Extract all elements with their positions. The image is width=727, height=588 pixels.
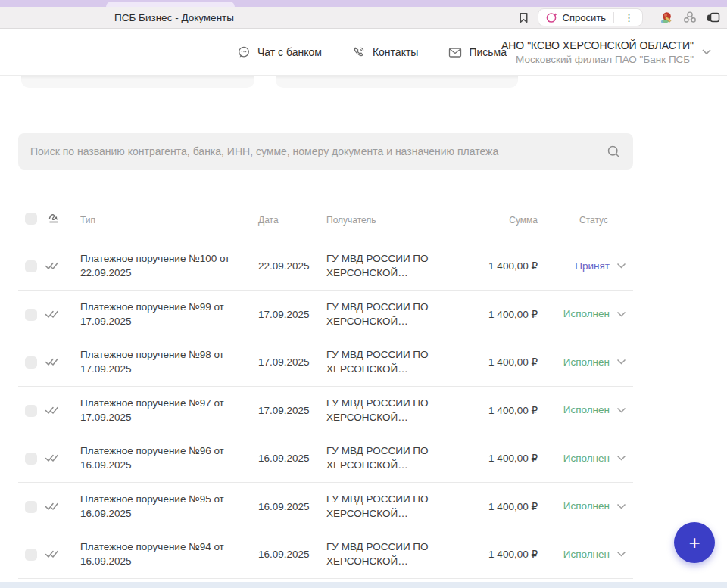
- chevron-down-icon[interactable]: [616, 263, 626, 269]
- chevron-down-icon[interactable]: [616, 407, 626, 413]
- document-title: Платежное поручение №97 от 17.09.2025: [80, 396, 241, 425]
- status-control[interactable]: Исполнен: [563, 530, 626, 578]
- double-check-icon: [44, 260, 61, 272]
- double-check-icon: [44, 452, 61, 464]
- document-title: Платежное поручение №96 от 16.09.2025: [80, 443, 241, 472]
- nav-contacts[interactable]: Контакты: [352, 45, 418, 59]
- table-row[interactable]: Платежное поручение №95 от 16.09.2025 16…: [18, 483, 633, 531]
- status-control[interactable]: Исполнен: [563, 434, 626, 482]
- filter-card-clipped-right[interactable]: [276, 76, 518, 88]
- document-title: Платежное поручение №95 от 16.09.2025: [80, 492, 241, 521]
- account-chevron-down-icon[interactable]: [701, 48, 712, 55]
- table-row[interactable]: Платежное поручение №96 от 16.09.2025 16…: [18, 434, 633, 483]
- row-checkbox[interactable]: [25, 549, 37, 561]
- table-row[interactable]: Платежное поручение №99 от 17.09.2025 17…: [18, 291, 633, 339]
- status-control[interactable]: Исполнен: [563, 483, 626, 530]
- toolbar-separator: [651, 11, 651, 23]
- table-row[interactable]: Платежное поручение №94 от 16.09.2025 16…: [18, 530, 633, 579]
- bookmark-icon[interactable]: [517, 11, 530, 24]
- double-check-icon: [44, 404, 61, 416]
- status-label: Исполнен: [563, 356, 610, 368]
- table-header: Тип Дата Получатель Сумма Статус: [18, 204, 633, 242]
- nav-chat-label: Чат с банком: [257, 46, 322, 58]
- mail-icon: [448, 47, 462, 58]
- row-checkbox[interactable]: [25, 356, 37, 369]
- nav-chat-with-bank[interactable]: Чат с банком: [237, 45, 322, 59]
- status-control[interactable]: Исполнен: [563, 338, 626, 386]
- document-amount: 1 400,00 ₽: [424, 404, 538, 416]
- status-label: Исполнен: [563, 453, 610, 464]
- row-checkbox[interactable]: [25, 453, 37, 465]
- app-header: Чат с банком Контакты Письма АНО "КСВО Х…: [0, 29, 727, 76]
- phone-icon: [352, 45, 366, 59]
- extensions-puzzle-icon[interactable]: [682, 10, 697, 25]
- window-bottom-edge: [0, 582, 727, 588]
- chat-icon: [237, 45, 251, 59]
- row-checkbox[interactable]: [25, 309, 37, 321]
- status-label: Исполнен: [563, 500, 610, 512]
- browser-tab-strip: [0, 0, 727, 7]
- document-amount: 1 400,00 ₽: [424, 356, 538, 368]
- double-check-icon: [44, 548, 61, 560]
- status-control[interactable]: Исполнен: [563, 291, 626, 338]
- chevron-down-icon[interactable]: [616, 503, 626, 509]
- ai-ask-button[interactable]: Спросить ⋮: [538, 8, 643, 26]
- search-icon[interactable]: [607, 145, 621, 159]
- document-date: 17.09.2025: [258, 308, 310, 319]
- nav-contacts-label: Контакты: [373, 46, 418, 58]
- document-amount: 1 400,00 ₽: [424, 308, 538, 320]
- status-control[interactable]: Принят: [575, 242, 626, 290]
- kebab-menu-icon[interactable]: ⋮: [619, 12, 639, 23]
- status-label: Исполнен: [563, 549, 610, 560]
- document-date: 16.09.2025: [258, 453, 310, 464]
- document-amount: 1 400,00 ₽: [424, 500, 538, 512]
- row-checkbox[interactable]: [25, 260, 37, 272]
- document-date: 16.09.2025: [258, 500, 310, 512]
- chevron-down-icon[interactable]: [616, 311, 626, 317]
- document-title: Платежное поручение №98 от 17.09.2025: [80, 347, 241, 376]
- add-document-fab[interactable]: +: [674, 522, 715, 563]
- row-checkbox[interactable]: [25, 405, 37, 417]
- status-label: Принят: [575, 260, 610, 272]
- row-checkbox[interactable]: [25, 501, 37, 513]
- ai-ask-label: Спросить: [563, 12, 606, 23]
- search-input[interactable]: [30, 145, 607, 157]
- document-date: 16.09.2025: [258, 549, 310, 560]
- extension-colored-icon[interactable]: [659, 10, 675, 26]
- document-amount: 1 400,00 ₽: [424, 548, 538, 560]
- browser-toolbar: ПСБ Бизнес - Документы Спросить ⋮: [0, 7, 727, 29]
- document-title: Платежное поручение №100 от 22.09.2025: [80, 251, 241, 280]
- document-amount: 1 400,00 ₽: [424, 260, 538, 272]
- double-check-icon: [44, 308, 61, 320]
- filter-card-clipped-left[interactable]: [21, 76, 254, 88]
- header-nav: Чат с банком Контакты Письма: [237, 29, 507, 76]
- document-date: 17.09.2025: [258, 404, 310, 415]
- signature-icon[interactable]: [47, 211, 62, 226]
- nav-letters[interactable]: Письма: [448, 46, 507, 58]
- chevron-down-icon[interactable]: [616, 359, 626, 365]
- status-control[interactable]: Исполнен: [563, 387, 626, 434]
- browser-active-tab[interactable]: [106, 2, 235, 7]
- account-name: АНО "КСВО ХЕРСОНСКОЙ ОБЛАСТИ": [501, 39, 694, 53]
- double-check-icon: [44, 500, 61, 512]
- table-body: Платежное поручение №100 от 22.09.2025 2…: [18, 242, 633, 579]
- column-type: Тип: [80, 215, 95, 226]
- side-panel-icon[interactable]: [705, 11, 721, 25]
- column-amount: Сумма: [424, 215, 538, 226]
- chevron-down-icon[interactable]: [616, 551, 626, 557]
- status-label: Исполнен: [563, 308, 610, 319]
- search-bar[interactable]: [18, 133, 633, 170]
- column-status: Статус: [579, 215, 608, 226]
- table-row[interactable]: Платежное поручение №97 от 17.09.2025 17…: [18, 387, 633, 435]
- table-row[interactable]: Платежное поручение №98 от 17.09.2025 17…: [18, 338, 633, 387]
- status-label: Исполнен: [563, 404, 610, 415]
- document-title: Платежное поручение №94 от 16.09.2025: [80, 540, 241, 568]
- chevron-down-icon[interactable]: [616, 455, 626, 461]
- column-recipient: Получатель: [326, 215, 376, 226]
- document-title: Платежное поручение №99 от 17.09.2025: [80, 300, 241, 328]
- documents-table: Тип Дата Получатель Сумма Статус Платежн…: [18, 204, 633, 579]
- account-selector[interactable]: АНО "КСВО ХЕРСОНСКОЙ ОБЛАСТИ" Московский…: [501, 29, 694, 76]
- pill-divider: [613, 12, 614, 23]
- select-all-checkbox[interactable]: [25, 213, 37, 225]
- table-row[interactable]: Платежное поручение №100 от 22.09.2025 2…: [18, 242, 633, 291]
